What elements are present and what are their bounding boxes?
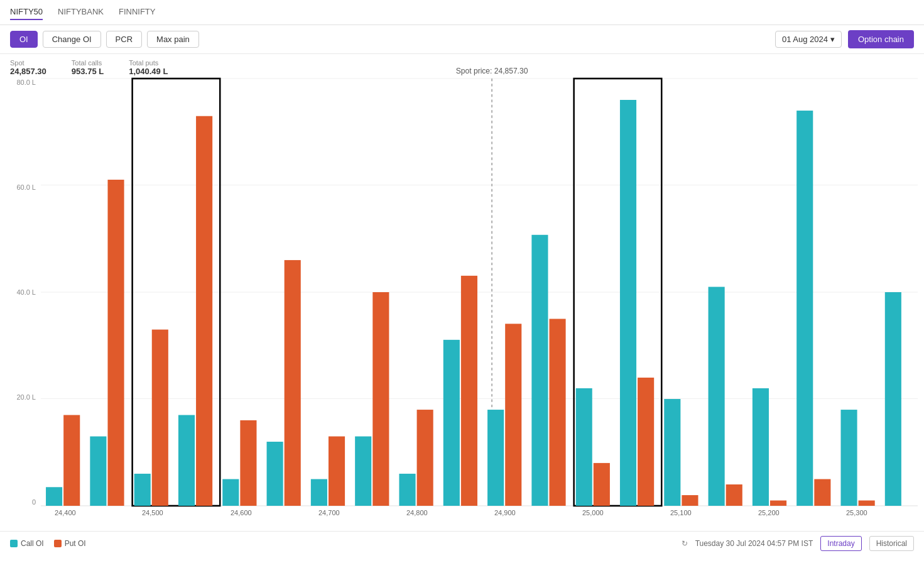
- chevron-down-icon: ▾: [830, 35, 835, 44]
- stat-total-calls: Total calls 953.75 L: [72, 59, 104, 76]
- btn-intraday[interactable]: Intraday: [820, 536, 861, 551]
- y-label-20: 20.0 L: [16, 393, 36, 401]
- bar-call: [753, 388, 769, 506]
- bar-put: [461, 276, 477, 506]
- chart-svg: Spot price: 24,857.30: [41, 79, 918, 506]
- btn-oi[interactable]: OI: [10, 31, 38, 48]
- bar-put: [240, 420, 256, 506]
- x-label-25000: 25,000: [582, 509, 604, 516]
- bar-put: [770, 501, 786, 506]
- put-oi-color-dot: [54, 540, 62, 547]
- bar-call: [46, 487, 62, 506]
- bar-put: [682, 495, 698, 506]
- bar-call: [443, 340, 460, 506]
- legend: Call OI Put OI: [10, 539, 86, 548]
- bar-call: [311, 479, 327, 506]
- bar-put: [726, 484, 742, 506]
- bar-call: [267, 442, 283, 506]
- chart-container: 80.0 L 60.0 L 40.0 L 20.0 L 0 Spot price…: [0, 79, 924, 531]
- x-label-24400: 24,400: [55, 509, 76, 516]
- total-puts-label: Total puts: [129, 59, 168, 67]
- bar-call: [620, 100, 636, 506]
- bar-call: [134, 474, 151, 506]
- call-oi-color-dot: [10, 540, 18, 547]
- bar-put: [505, 324, 521, 506]
- chart-area: Spot price: 24,857.30: [41, 79, 918, 506]
- nav-tab-finnifty[interactable]: FINNIFTY: [119, 4, 156, 20]
- footer-right: ↻ Tuesday 30 Jul 2024 04:57 PM IST Intra…: [682, 536, 914, 551]
- option-chain-button[interactable]: Option chain: [848, 30, 914, 48]
- bar-put: [329, 437, 345, 506]
- date-value: 01 Aug 2024: [782, 35, 828, 44]
- bar-put: [417, 410, 433, 506]
- bar-call: [355, 437, 371, 506]
- bar-call: [664, 399, 680, 506]
- spot-price-label: Spot price: 24,857.30: [456, 66, 528, 75]
- x-label-25100: 25,100: [670, 509, 692, 516]
- bar-put: [549, 319, 565, 506]
- bar-call: [885, 292, 901, 506]
- legend-call: Call OI: [10, 539, 44, 548]
- x-label-25200: 25,200: [758, 509, 780, 516]
- total-calls-value: 953.75 L: [72, 67, 104, 76]
- stat-total-puts: Total puts 1,040.49 L: [129, 59, 168, 76]
- btn-max-pain[interactable]: Max pain: [147, 31, 199, 48]
- toolbar: OI Change OI PCR Max pain 01 Aug 2024 ▾ …: [0, 25, 924, 54]
- bar-call: [178, 415, 195, 506]
- x-label-24900: 24,900: [494, 509, 516, 516]
- x-label-24600: 24,600: [231, 509, 252, 516]
- y-label-40: 40.0 L: [16, 288, 36, 296]
- btn-change-oi[interactable]: Change OI: [43, 31, 101, 48]
- y-label-80: 80.0 L: [16, 79, 36, 86]
- bar-call: [531, 235, 548, 506]
- x-label-24800: 24,800: [406, 509, 428, 516]
- bar-put: [152, 330, 168, 506]
- x-label-24700: 24,700: [318, 509, 340, 516]
- btn-pcr[interactable]: PCR: [106, 31, 142, 48]
- bar-put: [196, 116, 212, 506]
- top-nav: NIFTY50 NIFTYBANK FINNIFTY: [0, 0, 924, 25]
- bar-call: [576, 388, 592, 506]
- timestamp: Tuesday 30 Jul 2024 04:57 PM IST: [695, 539, 813, 548]
- bar-call: [487, 410, 504, 506]
- x-label-25300: 25,300: [846, 509, 867, 516]
- bar-put: [859, 501, 875, 506]
- stat-spot: Spot 24,857.30: [10, 59, 46, 76]
- nav-tab-niftybank[interactable]: NIFTYBANK: [58, 4, 104, 20]
- spot-label: Spot: [10, 59, 46, 67]
- put-oi-label: Put OI: [65, 539, 86, 548]
- bar-put: [594, 463, 610, 506]
- bar-put: [107, 180, 124, 506]
- bar-call: [840, 410, 857, 506]
- bar-put: [63, 415, 80, 506]
- bar-call: [709, 287, 725, 506]
- bar-put: [285, 260, 301, 506]
- bar-put: [814, 479, 830, 506]
- total-puts-value: 1,040.49 L: [129, 67, 168, 76]
- bar-call: [399, 474, 415, 506]
- call-oi-label: Call OI: [21, 539, 44, 548]
- y-axis: 80.0 L 60.0 L 40.0 L 20.0 L 0: [0, 79, 41, 506]
- bar-call: [90, 437, 106, 506]
- refresh-icon[interactable]: ↻: [682, 539, 688, 548]
- date-selector[interactable]: 01 Aug 2024 ▾: [775, 31, 842, 48]
- y-label-0: 0: [32, 498, 36, 506]
- bar-call: [222, 479, 239, 506]
- spot-value: 24,857.30: [10, 67, 46, 76]
- y-label-60: 60.0 L: [16, 183, 36, 191]
- legend-put: Put OI: [54, 539, 86, 548]
- total-calls-label: Total calls: [72, 59, 104, 67]
- btn-historical[interactable]: Historical: [869, 536, 914, 551]
- nav-tab-nifty50[interactable]: NIFTY50: [10, 4, 43, 20]
- x-label-24500: 24,500: [142, 509, 163, 516]
- footer: Call OI Put OI ↻ Tuesday 30 Jul 2024 04:…: [0, 531, 924, 555]
- bar-call: [796, 111, 813, 506]
- bar-put: [638, 378, 654, 506]
- bar-put: [372, 292, 389, 506]
